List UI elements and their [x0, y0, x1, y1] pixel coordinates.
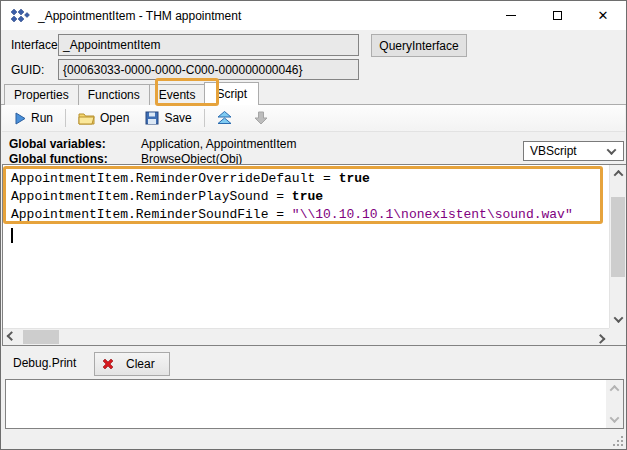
- move-up-button[interactable]: [209, 107, 240, 129]
- app-icon: [10, 8, 30, 24]
- clear-button[interactable]: Clear: [94, 352, 170, 376]
- chevron-down-icon: [610, 413, 620, 423]
- chevron-up-icon: [610, 385, 620, 395]
- global-variables-value: Application, AppointmentItem: [141, 137, 296, 151]
- open-label: Open: [100, 111, 129, 125]
- text-caret: [11, 228, 13, 243]
- tab-properties[interactable]: Properties: [4, 84, 79, 105]
- tab-functions[interactable]: Functions: [78, 84, 150, 105]
- chevron-down-icon: [607, 145, 617, 155]
- interface-label: Interface:: [11, 38, 61, 52]
- script-editor[interactable]: AppointmentItem.ReminderOverrideDefault …: [2, 164, 627, 346]
- minimize-icon: [506, 15, 516, 16]
- chevron-down-icon: [614, 313, 624, 323]
- editor-horizontal-scrollbar[interactable]: [3, 328, 609, 345]
- language-select-value: VBScript: [530, 144, 577, 158]
- title-bar: _AppointmentItem - THM appointment ✕: [1, 1, 626, 30]
- arrow-down-disabled-icon: [254, 111, 268, 125]
- save-label: Save: [164, 111, 191, 125]
- toolbar-separator: [204, 109, 205, 127]
- close-button[interactable]: ✕: [580, 1, 626, 30]
- run-button[interactable]: Run: [6, 107, 61, 129]
- code-line: AppointmentItem.ReminderOverrideDefault …: [11, 170, 609, 188]
- red-x-icon: [101, 357, 115, 371]
- maximize-icon: [553, 11, 562, 20]
- debug-output-panel: [5, 379, 624, 429]
- chevron-up-icon: [614, 170, 624, 180]
- code-lines[interactable]: AppointmentItem.ReminderOverrideDefault …: [3, 165, 609, 328]
- scroll-up-button[interactable]: [606, 380, 623, 397]
- global-variables-label: Global variables:: [9, 137, 106, 151]
- maximize-button[interactable]: [534, 1, 580, 30]
- debug-print-label: Debug.Print: [13, 356, 76, 370]
- output-vertical-scrollbar[interactable]: [606, 380, 623, 428]
- query-interface-button[interactable]: QueryInterface: [371, 34, 467, 57]
- code-line: AppointmentItem.ReminderSoundFile = "\\1…: [11, 206, 609, 224]
- tab-script[interactable]: Script: [204, 82, 259, 105]
- move-down-button[interactable]: [246, 107, 276, 129]
- app-window: _AppointmentItem - THM appointment ✕ Int…: [0, 0, 627, 450]
- scroll-up-button[interactable]: [610, 165, 627, 182]
- interface-field[interactable]: _AppointmentItem: [58, 34, 359, 56]
- run-label: Run: [31, 111, 53, 125]
- save-button[interactable]: Save: [137, 107, 199, 129]
- open-button[interactable]: Open: [70, 107, 137, 129]
- editor-vertical-scrollbar[interactable]: [609, 165, 626, 328]
- language-select[interactable]: VBScript: [523, 141, 624, 161]
- close-icon: ✕: [598, 9, 609, 22]
- scroll-down-button[interactable]: [606, 411, 623, 428]
- tab-bar: Properties Functions Events Script: [4, 83, 258, 105]
- scroll-right-button[interactable]: [592, 329, 609, 346]
- scroll-down-button[interactable]: [610, 311, 627, 328]
- scrollbar-corner: [609, 328, 626, 345]
- chevron-right-icon: [596, 334, 606, 344]
- code-line: AppointmentItem.ReminderPlaySound = true: [11, 188, 609, 206]
- chevron-left-icon: [7, 331, 17, 341]
- clear-button-label: Clear: [126, 357, 155, 371]
- scroll-left-button[interactable]: [3, 329, 20, 346]
- window-title: _AppointmentItem - THM appointment: [38, 9, 241, 23]
- horizontal-scroll-thumb[interactable]: [23, 330, 59, 344]
- toolbar-separator: [65, 109, 66, 127]
- script-toolbar: Run Open Save: [2, 105, 625, 132]
- double-chevron-up-icon: [217, 111, 232, 125]
- open-folder-icon: [78, 111, 95, 125]
- guid-label: GUID:: [11, 63, 44, 77]
- resize-grip[interactable]: [612, 435, 623, 446]
- tab-events[interactable]: Events: [149, 84, 206, 105]
- vertical-scroll-thumb[interactable]: [611, 197, 625, 277]
- minimize-button[interactable]: [488, 1, 534, 30]
- guid-field[interactable]: {00063033-0000-0000-C000-000000000046}: [58, 59, 359, 80]
- run-icon: [14, 112, 26, 125]
- save-floppy-icon: [145, 111, 159, 125]
